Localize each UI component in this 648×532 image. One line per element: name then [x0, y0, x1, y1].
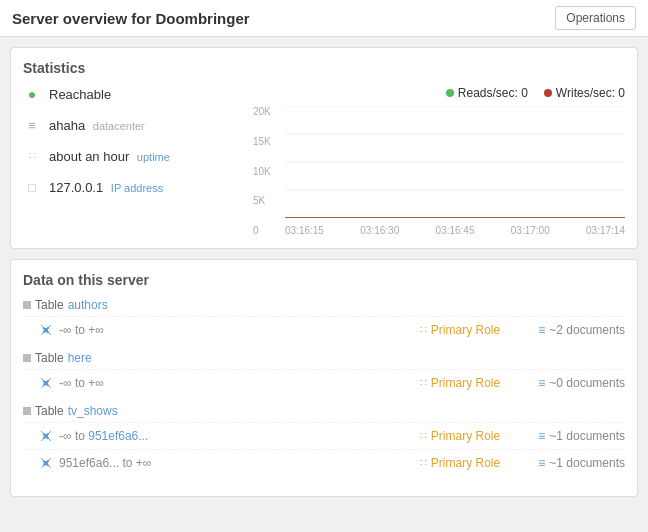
- chart-legend: Reads/sec: 0 Writes/sec: 0: [253, 86, 625, 100]
- shard-docs-tv-shows-1: ≡ ~1 documents: [525, 456, 625, 470]
- docs-bar-icon-tvs1: ≡: [538, 456, 545, 470]
- reads-label: Reads/sec: 0: [458, 86, 528, 100]
- chart-svg: [285, 106, 625, 218]
- shard-docs-tv-shows-0: ≡ ~1 documents: [525, 429, 625, 443]
- chart-wrapper: 20K 15K 10K 5K 0: [253, 106, 625, 236]
- shard-row-authors-0: ⯍ -∞ to +∞ ∷ Primary Role ≡ ~2 documents: [23, 316, 625, 343]
- x-label-2: 03:16:30: [360, 225, 399, 236]
- y-label-0: 0: [253, 225, 285, 236]
- y-label-5k: 5K: [253, 195, 285, 206]
- shard-row-here-0: ⯍ -∞ to +∞ ∷ Primary Role ≡ ~0 documents: [23, 369, 625, 396]
- dots-icon: ∷: [23, 150, 41, 163]
- role-grid-icon-tvs1: ∷: [420, 457, 427, 470]
- statistics-title: Statistics: [23, 60, 625, 76]
- docs-bar-icon-tvs0: ≡: [538, 429, 545, 443]
- writes-label: Writes/sec: 0: [556, 86, 625, 100]
- shard-range-tv-shows-1: 951ef6a6... to +∞: [59, 456, 395, 470]
- header: Server overview for Doombringer Operatio…: [0, 0, 648, 37]
- y-label-20k: 20K: [253, 106, 285, 117]
- shard-role-here-0: ∷ Primary Role: [395, 376, 525, 390]
- x-label-4: 03:17:00: [511, 225, 550, 236]
- chart-x-labels: 03:16:15 03:16:30 03:16:45 03:17:00 03:1…: [285, 225, 625, 236]
- writes-legend: Writes/sec: 0: [544, 86, 625, 100]
- stat-uptime: ∷ about an hour uptime: [23, 149, 243, 164]
- docs-bar-icon-here: ≡: [538, 376, 545, 390]
- role-grid-icon: ∷: [420, 324, 427, 337]
- uptime-label: about an hour uptime: [49, 149, 170, 164]
- shard-role-tv-shows-0: ∷ Primary Role: [395, 429, 525, 443]
- shard-range-authors-0: -∞ to +∞: [59, 323, 395, 337]
- data-section-title: Data on this server: [23, 272, 625, 288]
- y-label-10k: 10K: [253, 166, 285, 177]
- x-label-5: 03:17:14: [586, 225, 625, 236]
- reachable-label: Reachable: [49, 87, 111, 102]
- role-grid-icon-tvs0: ∷: [420, 430, 427, 443]
- layers-icon: ≡: [23, 118, 41, 133]
- statistics-section: Statistics ● Reachable ≡ ahaha datacente…: [10, 47, 638, 249]
- shard-range-tv-shows-0: -∞ to 951ef6a6...: [59, 429, 395, 443]
- reads-legend: Reads/sec: 0: [446, 86, 528, 100]
- table-group-tv-shows: Table tv_shows ⯍ -∞ to 951ef6a6... ∷ Pri…: [23, 404, 625, 476]
- x-label-1: 03:16:15: [285, 225, 324, 236]
- shard-role-authors-0: ∷ Primary Role: [395, 323, 525, 337]
- table-link-authors[interactable]: authors: [68, 298, 108, 312]
- datacenter-label: ahaha datacenter: [49, 118, 145, 133]
- y-label-15k: 15K: [253, 136, 285, 147]
- ip-sub: IP address: [111, 182, 163, 194]
- shard-row-tv-shows-1: ⯍ 951ef6a6... to +∞ ∷ Primary Role ≡ ~1 …: [23, 449, 625, 476]
- shard-stack-icon-here: ⯍: [39, 375, 53, 391]
- table-group-authors: Table authors ⯍ -∞ to +∞ ∷ Primary Role …: [23, 298, 625, 343]
- table-square-here: [23, 354, 31, 362]
- x-label-3: 03:16:45: [436, 225, 475, 236]
- stat-reachable: ● Reachable: [23, 86, 243, 102]
- table-square-tv-shows: [23, 407, 31, 415]
- docs-bar-icon: ≡: [538, 323, 545, 337]
- page-title: Server overview for Doombringer: [12, 10, 250, 27]
- shard-range-here-0: -∞ to +∞: [59, 376, 395, 390]
- writes-dot: [544, 89, 552, 97]
- shard-stack-icon-tvs0: ⯍: [39, 428, 53, 444]
- shard-stack-icon-tvs1: ⯍: [39, 455, 53, 471]
- operations-button[interactable]: Operations: [555, 6, 636, 30]
- shard-docs-authors-0: ≡ ~2 documents: [525, 323, 625, 337]
- stat-datacenter: ≡ ahaha datacenter: [23, 118, 243, 133]
- table-link-tv-shows[interactable]: tv_shows: [68, 404, 118, 418]
- data-section: Data on this server Table authors ⯍ -∞ t…: [10, 259, 638, 497]
- reads-dot: [446, 89, 454, 97]
- table-square-authors: [23, 301, 31, 309]
- doc-icon: □: [23, 180, 41, 195]
- table-label-authors: Table authors: [23, 298, 625, 312]
- stat-ip: □ 127.0.0.1 IP address: [23, 180, 243, 195]
- signal-icon: ●: [23, 86, 41, 102]
- role-grid-icon-here: ∷: [420, 377, 427, 390]
- table-label-tv-shows: Table tv_shows: [23, 404, 625, 418]
- ip-label: 127.0.0.1 IP address: [49, 180, 163, 195]
- table-label-here: Table here: [23, 351, 625, 365]
- shard-stack-icon: ⯍: [39, 322, 53, 338]
- shard-range-link-tvs0[interactable]: 951ef6a6...: [88, 429, 148, 443]
- chart-y-labels: 20K 15K 10K 5K 0: [253, 106, 285, 236]
- shard-row-tv-shows-0: ⯍ -∞ to 951ef6a6... ∷ Primary Role ≡ ~1 …: [23, 422, 625, 449]
- shard-role-tv-shows-1: ∷ Primary Role: [395, 456, 525, 470]
- uptime-sub: uptime: [137, 151, 170, 163]
- table-link-here[interactable]: here: [68, 351, 92, 365]
- table-group-here: Table here ⯍ -∞ to +∞ ∷ Primary Role ≡ ~…: [23, 351, 625, 396]
- stats-left: ● Reachable ≡ ahaha datacenter ∷ about a…: [23, 86, 243, 236]
- stats-content: ● Reachable ≡ ahaha datacenter ∷ about a…: [23, 86, 625, 236]
- shard-docs-here-0: ≡ ~0 documents: [525, 376, 625, 390]
- datacenter-sub: datacenter: [93, 120, 145, 132]
- chart-area: Reads/sec: 0 Writes/sec: 0 20K 15K 10K 5…: [253, 86, 625, 236]
